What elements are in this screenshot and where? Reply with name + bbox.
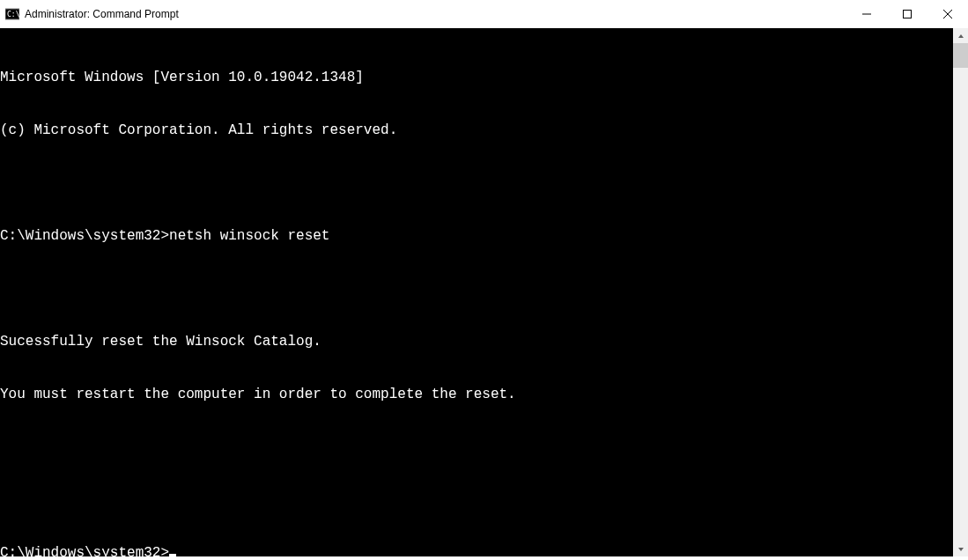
bottom-edge [0,556,968,560]
close-button[interactable] [927,0,968,28]
output-1: Sucessfully reset the Winsock Catalog. [0,334,321,350]
titlebar-left: C:\ Administrator: Command Prompt [5,7,179,21]
scroll-up-button[interactable] [953,28,968,43]
output-2: You must restart the computer in order t… [0,387,516,402]
svg-marker-7 [958,548,964,551]
copyright-line: (c) Microsoft Corporation. All rights re… [0,122,397,138]
window-controls [846,0,968,28]
vertical-scrollbar[interactable] [953,28,968,556]
prompt-2: C:\Windows\system32> [0,545,169,556]
titlebar: C:\ Administrator: Command Prompt [0,0,968,28]
cursor [169,554,176,556]
scroll-thumb[interactable] [953,43,968,68]
prompt-1: C:\Windows\system32> [0,228,169,244]
scroll-down-button[interactable] [953,542,968,556]
terminal-output[interactable]: Microsoft Windows [Version 10.0.19042.13… [0,28,953,556]
scroll-track[interactable] [953,43,968,542]
command-1: netsh winsock reset [169,228,329,244]
svg-marker-6 [958,34,964,38]
version-line: Microsoft Windows [Version 10.0.19042.13… [0,70,364,85]
window-title: Administrator: Command Prompt [25,8,179,20]
svg-text:C:\: C:\ [7,11,19,18]
minimize-button[interactable] [846,0,887,28]
maximize-button[interactable] [887,0,927,28]
content-area: Microsoft Windows [Version 10.0.19042.13… [0,28,968,556]
cmd-icon: C:\ [5,7,19,21]
svg-rect-3 [904,11,912,18]
